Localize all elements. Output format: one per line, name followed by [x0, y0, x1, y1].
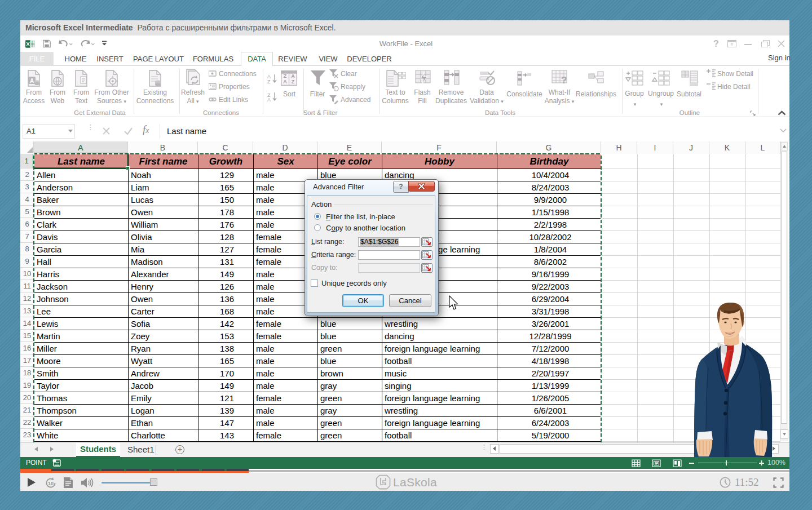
svg-text:Z: Z: [292, 79, 295, 85]
svg-text:A: A: [291, 73, 295, 79]
svg-text:Z: Z: [284, 73, 287, 79]
svg-text:A: A: [30, 78, 34, 84]
svg-text:10: 10: [48, 481, 54, 486]
svg-text:Z: Z: [267, 79, 271, 85]
svg-text:A: A: [283, 79, 287, 85]
svg-text:?: ?: [561, 75, 567, 86]
